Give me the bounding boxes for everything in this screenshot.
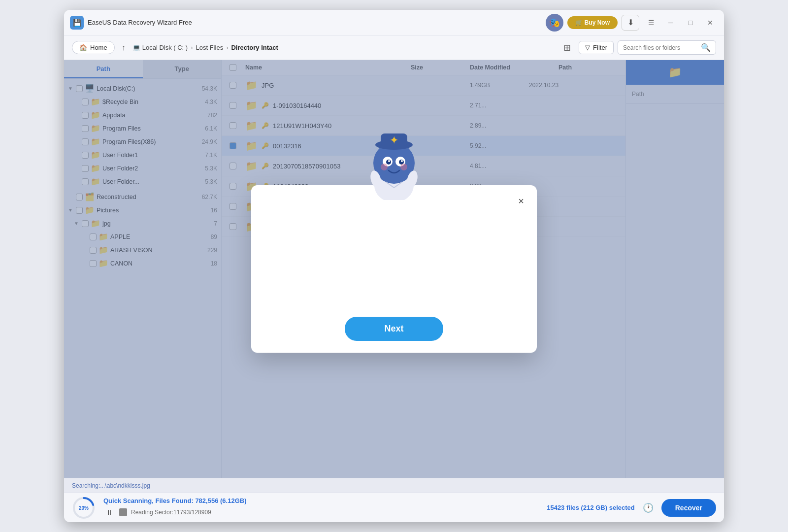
selected-info: 15423 files (212 GB) selected: [547, 504, 635, 511]
download-button[interactable]: ⬇: [622, 15, 639, 31]
breadcrumb: 💻 Local Disk ( C: ) › Lost Files › Direc…: [132, 44, 278, 51]
home-button[interactable]: 🏠 Home: [72, 41, 115, 54]
modal-dialog: × Next: [251, 185, 537, 353]
menu-button[interactable]: ☰: [643, 16, 659, 30]
modal-next-button[interactable]: Next: [345, 317, 443, 341]
bottom-right: 15423 files (212 GB) selected 🕐 Recover: [547, 499, 716, 517]
history-button[interactable]: 🕐: [643, 502, 654, 513]
title-bar-right: 🎭 🛒 Buy Now ⬇ ☰ ─ □ ✕: [546, 14, 718, 32]
recover-button[interactable]: Recover: [661, 499, 716, 517]
maximize-button[interactable]: □: [683, 16, 698, 30]
selected-size: (212 GB): [581, 504, 607, 511]
svg-point-12: [400, 164, 407, 170]
search-input[interactable]: [623, 44, 698, 51]
breadcrumb-current: Directory Intact: [231, 44, 278, 51]
close-button[interactable]: ✕: [702, 16, 718, 30]
filter-icon: ▽: [585, 44, 590, 51]
toolbar-right: ⊞ ▽ Filter 🔍: [559, 40, 716, 56]
svg-point-9: [388, 160, 390, 162]
buy-now-button[interactable]: 🛒 Buy Now: [567, 16, 618, 29]
filter-button[interactable]: ▽ Filter: [579, 41, 614, 54]
mascot-avatar: 🎭: [546, 14, 563, 32]
stop-button[interactable]: [119, 508, 127, 516]
title-bar-left: 💾 EaseUS Data Recovery Wizard Free: [70, 16, 546, 30]
toolbar: 🏠 Home ↑ 💻 Local Disk ( C: ) › Lost File…: [64, 35, 724, 60]
nav-up-button[interactable]: ↑: [119, 41, 129, 54]
minimize-button[interactable]: ─: [663, 16, 679, 30]
progress-circle: 20%: [72, 496, 96, 520]
scan-reading: Reading Sector:11793/128909: [131, 509, 211, 516]
progress-text: 20%: [79, 505, 89, 510]
svg-point-11: [381, 164, 388, 170]
svg-text:✦: ✦: [390, 134, 398, 146]
main-content: Path Type ▼ 🖥️ Local Disk(C:) 54.3K 📁: [64, 60, 724, 478]
bottom-bar: 20% Quick Scanning, Files Found: 782,556…: [64, 493, 724, 522]
grid-view-button[interactable]: ⊞: [559, 40, 575, 56]
svg-point-10: [401, 160, 403, 162]
scan-title: Quick Scanning, Files Found: 782,556 (6.…: [103, 497, 539, 504]
mascot-character: ✦: [357, 126, 431, 200]
status-bar: Searching:...\abc\ndkklsss.jpg: [64, 478, 724, 493]
modal-content: [263, 197, 525, 305]
search-icon: 🔍: [701, 43, 711, 52]
modal-close-button[interactable]: ×: [513, 193, 529, 209]
search-box: 🔍: [618, 40, 716, 55]
app-icon: 💾: [70, 16, 84, 30]
pause-button[interactable]: ⏸: [103, 506, 115, 518]
app-title: EaseUS Data Recovery Wizard Free: [88, 19, 192, 26]
app-window: 💾 EaseUS Data Recovery Wizard Free 🎭 🛒 B…: [64, 10, 724, 522]
overlay: ✦: [64, 60, 724, 478]
disk-icon: 💻: [132, 44, 140, 51]
scan-info: Quick Scanning, Files Found: 782,556 (6.…: [103, 497, 539, 518]
cart-icon: 🛒: [575, 19, 583, 26]
breadcrumb-lost-files[interactable]: Lost Files: [196, 44, 224, 51]
status-text: Searching:...\abc\ndkklsss.jpg: [72, 482, 150, 489]
home-icon: 🏠: [79, 44, 87, 51]
title-bar: 💾 EaseUS Data Recovery Wizard Free 🎭 🛒 B…: [64, 10, 724, 35]
files-count: 782,556: [195, 497, 218, 504]
